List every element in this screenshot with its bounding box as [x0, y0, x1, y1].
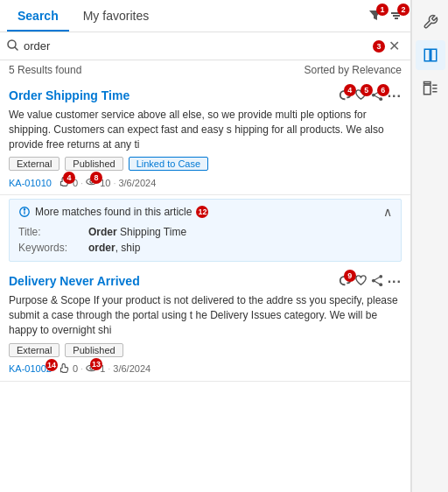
wrench-button[interactable] — [416, 7, 445, 37]
svg-line-15 — [373, 277, 380, 281]
article-tags: External Published — [9, 343, 402, 357]
article-meta: KA-01002 14 0 · 13 — [9, 362, 402, 376]
more-matches-title: More matches found in this article 12 — [18, 206, 208, 218]
match-table: Title: Order Shipping Time Keywords: ord… — [18, 224, 392, 256]
svg-rect-20 — [430, 49, 436, 61]
article-title-link[interactable]: Order Shipping Time — [9, 88, 130, 102]
sort-label: Sorted by Relevance — [304, 64, 402, 76]
results-count: 5 Results found — [9, 64, 81, 76]
match-keywords-label: Keywords: — [18, 242, 88, 254]
sort-badge: 2 — [397, 4, 410, 16]
tab-icons: 1 2 — [368, 9, 403, 23]
link-case-icon[interactable]: 4 — [338, 88, 351, 104]
tag-external: External — [9, 157, 60, 171]
search-input[interactable] — [24, 39, 371, 53]
filter-badge: 1 — [376, 4, 388, 16]
clear-search-button[interactable]: ✕ — [385, 38, 403, 54]
svg-rect-22 — [424, 82, 430, 84]
article-body: Purpose & Scope If your product is not d… — [9, 293, 402, 337]
search-icon — [7, 39, 18, 53]
results-bar: 5 Results found Sorted by Relevance — [0, 60, 410, 80]
tabs-bar: Search My favorites 1 2 — [0, 0, 410, 32]
article-card: Order Shipping Time 4 5 — [0, 80, 410, 195]
thumbs-up-icon[interactable]: 4 — [59, 176, 70, 189]
tag-published: Published — [65, 343, 122, 357]
article-body: We value customer service above all else… — [9, 108, 402, 151]
article-tags: External Published Linked to Case — [9, 157, 402, 171]
article-number[interactable]: KA-01010 — [9, 178, 52, 188]
article-title-row: Order Shipping Time 4 5 — [9, 88, 402, 104]
heart-icon[interactable] — [354, 274, 368, 290]
article-actions: 4 5 6 — [338, 88, 402, 104]
more-actions-icon[interactable]: ··· — [388, 274, 402, 290]
svg-rect-19 — [424, 49, 430, 61]
article-number[interactable]: KA-01002 14 — [9, 363, 52, 374]
votes-section: 4 0 · 8 10 · 3/6/2024 — [59, 176, 156, 189]
svg-line-16 — [373, 281, 380, 285]
votes-section: 0 · 13 1 · 3/6/2024 — [59, 362, 150, 376]
collapse-icon[interactable]: ∧ — [383, 205, 392, 219]
views-icon: 8 — [86, 176, 97, 189]
views-icon: 13 — [86, 362, 97, 376]
heart-icon[interactable]: 5 — [354, 88, 368, 104]
tag-external: External — [9, 343, 60, 357]
share-icon[interactable]: 6 — [371, 88, 384, 104]
article-date: 3/6/2024 — [118, 178, 156, 188]
match-title-value: Order Shipping Time — [88, 226, 186, 238]
tab-favorites[interactable]: My favorites — [73, 0, 159, 32]
more-matches-badge: 12 — [196, 206, 208, 218]
tab-search[interactable]: Search — [7, 0, 69, 32]
more-actions-icon[interactable]: ··· — [388, 88, 402, 104]
article-meta: KA-01010 4 0 · 8 — [9, 176, 402, 189]
sidebar — [411, 0, 448, 492]
article-actions: 9 ··· — [338, 274, 402, 290]
match-keywords-value: order, ship — [88, 242, 140, 254]
article-number-badge: 14 — [46, 359, 58, 371]
match-keywords-row: Keywords: order, ship — [18, 240, 392, 256]
more-matches-toggle[interactable]: More matches found in this article 12 ∧ — [18, 205, 392, 219]
link-case-icon[interactable]: 9 — [338, 274, 351, 290]
view-badge2: 13 — [90, 358, 102, 370]
article-date: 3/6/2024 — [113, 363, 150, 374]
match-title-label: Title: — [18, 226, 88, 238]
thumbs-up-icon — [59, 362, 70, 376]
sort-button[interactable]: 2 — [389, 9, 403, 23]
tag-linked-to-case: Linked to Case — [129, 157, 208, 171]
thumbs-up-count: 0 — [73, 363, 78, 374]
results-list: Order Shipping Time 4 5 — [0, 80, 410, 492]
filter-button[interactable]: 1 — [368, 9, 382, 23]
match-title-row: Title: Order Shipping Time — [18, 224, 392, 240]
search-count-badge: 3 — [373, 40, 385, 53]
article-title-link[interactable]: Delivery Never Arrived — [9, 274, 140, 288]
svg-line-1 — [15, 47, 18, 50]
more-matches-section: More matches found in this article 12 ∧ … — [9, 199, 402, 262]
svg-point-11 — [24, 209, 24, 210]
svg-line-6 — [373, 95, 380, 100]
article-title-row: Delivery Never Arrived 9 — [9, 274, 402, 290]
tag-published: Published — [65, 157, 122, 171]
columns-button[interactable] — [416, 40, 445, 70]
share-icon[interactable] — [371, 274, 384, 290]
search-bar: 3 ✕ — [0, 32, 410, 60]
svg-rect-21 — [424, 85, 430, 95]
info-button[interactable] — [416, 74, 445, 103]
article-card: Delivery Never Arrived 9 — [0, 265, 410, 381]
more-matches-text: More matches found in this article — [35, 206, 192, 218]
